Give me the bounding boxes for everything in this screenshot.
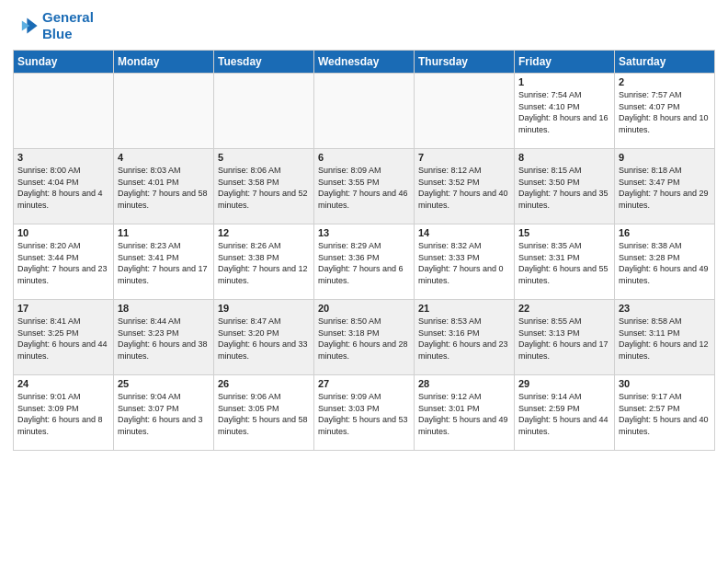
calendar-cell: 28Sunrise: 9:12 AM Sunset: 3:01 PM Dayli… — [415, 375, 515, 451]
calendar-cell — [114, 74, 214, 149]
day-of-week-sunday: Sunday — [14, 51, 114, 74]
day-of-week-tuesday: Tuesday — [214, 51, 314, 74]
day-of-week-monday: Monday — [114, 51, 214, 74]
day-info: Sunrise: 8:06 AM Sunset: 3:58 PM Dayligh… — [218, 165, 310, 211]
day-number: 13 — [318, 227, 410, 238]
day-number: 20 — [318, 303, 410, 314]
calendar-cell: 20Sunrise: 8:50 AM Sunset: 3:18 PM Dayli… — [314, 300, 415, 375]
day-info: Sunrise: 9:09 AM Sunset: 3:03 PM Dayligh… — [318, 391, 410, 437]
day-of-week-header-row: SundayMondayTuesdayWednesdayThursdayFrid… — [14, 51, 715, 74]
calendar-cell: 6Sunrise: 8:09 AM Sunset: 3:55 PM Daylig… — [314, 149, 415, 224]
day-info: Sunrise: 7:54 AM Sunset: 4:10 PM Dayligh… — [518, 89, 610, 135]
day-info: Sunrise: 9:17 AM Sunset: 2:57 PM Dayligh… — [619, 391, 711, 437]
day-info: Sunrise: 8:32 AM Sunset: 3:33 PM Dayligh… — [418, 240, 510, 286]
calendar-cell: 3Sunrise: 8:00 AM Sunset: 4:04 PM Daylig… — [14, 149, 114, 224]
calendar-cell: 25Sunrise: 9:04 AM Sunset: 3:07 PM Dayli… — [114, 375, 214, 451]
calendar-cell: 2Sunrise: 7:57 AM Sunset: 4:07 PM Daylig… — [615, 74, 715, 149]
day-number: 21 — [418, 303, 510, 314]
day-number: 30 — [619, 378, 711, 389]
day-info: Sunrise: 9:14 AM Sunset: 2:59 PM Dayligh… — [518, 391, 610, 437]
day-number: 28 — [418, 378, 510, 389]
calendar-cell: 5Sunrise: 8:06 AM Sunset: 3:58 PM Daylig… — [214, 149, 314, 224]
day-info: Sunrise: 9:04 AM Sunset: 3:07 PM Dayligh… — [118, 391, 210, 437]
day-info: Sunrise: 9:01 AM Sunset: 3:09 PM Dayligh… — [17, 391, 109, 437]
day-of-week-thursday: Thursday — [415, 51, 515, 74]
day-info: Sunrise: 8:44 AM Sunset: 3:23 PM Dayligh… — [118, 316, 210, 362]
day-number: 25 — [118, 378, 210, 389]
day-info: Sunrise: 8:35 AM Sunset: 3:31 PM Dayligh… — [518, 240, 610, 286]
day-info: Sunrise: 7:57 AM Sunset: 4:07 PM Dayligh… — [619, 89, 711, 135]
day-info: Sunrise: 8:41 AM Sunset: 3:25 PM Dayligh… — [17, 316, 109, 362]
calendar-cell: 22Sunrise: 8:55 AM Sunset: 3:13 PM Dayli… — [515, 300, 615, 375]
day-number: 27 — [318, 378, 410, 389]
calendar-cell: 17Sunrise: 8:41 AM Sunset: 3:25 PM Dayli… — [14, 300, 114, 375]
calendar-cell: 9Sunrise: 8:18 AM Sunset: 3:47 PM Daylig… — [615, 149, 715, 224]
calendar-cell: 24Sunrise: 9:01 AM Sunset: 3:09 PM Dayli… — [14, 375, 114, 451]
calendar-cell: 12Sunrise: 8:26 AM Sunset: 3:38 PM Dayli… — [214, 224, 314, 300]
calendar-week-row: 17Sunrise: 8:41 AM Sunset: 3:25 PM Dayli… — [14, 300, 715, 375]
calendar-week-row: 1Sunrise: 7:54 AM Sunset: 4:10 PM Daylig… — [14, 74, 715, 149]
page-header: General Blue — [13, 9, 715, 42]
day-number: 11 — [118, 227, 210, 238]
calendar-cell: 26Sunrise: 9:06 AM Sunset: 3:05 PM Dayli… — [214, 375, 314, 451]
day-number: 9 — [619, 152, 711, 163]
day-number: 16 — [619, 227, 711, 238]
day-info: Sunrise: 8:09 AM Sunset: 3:55 PM Dayligh… — [318, 165, 410, 211]
calendar-week-row: 24Sunrise: 9:01 AM Sunset: 3:09 PM Dayli… — [14, 375, 715, 451]
calendar-cell: 19Sunrise: 8:47 AM Sunset: 3:20 PM Dayli… — [214, 300, 314, 375]
day-number: 17 — [17, 303, 109, 314]
day-number: 5 — [218, 152, 310, 163]
day-info: Sunrise: 8:55 AM Sunset: 3:13 PM Dayligh… — [518, 316, 610, 362]
day-info: Sunrise: 8:50 AM Sunset: 3:18 PM Dayligh… — [318, 316, 410, 362]
logo: General Blue — [13, 9, 94, 42]
calendar-cell: 10Sunrise: 8:20 AM Sunset: 3:44 PM Dayli… — [14, 224, 114, 300]
day-info: Sunrise: 9:06 AM Sunset: 3:05 PM Dayligh… — [218, 391, 310, 437]
day-info: Sunrise: 8:53 AM Sunset: 3:16 PM Dayligh… — [418, 316, 510, 362]
calendar-week-row: 10Sunrise: 8:20 AM Sunset: 3:44 PM Dayli… — [14, 224, 715, 300]
calendar-cell: 14Sunrise: 8:32 AM Sunset: 3:33 PM Dayli… — [415, 224, 515, 300]
day-number: 6 — [318, 152, 410, 163]
calendar-cell — [314, 74, 415, 149]
calendar-table: SundayMondayTuesdayWednesdayThursdayFrid… — [13, 50, 715, 451]
calendar-cell: 1Sunrise: 7:54 AM Sunset: 4:10 PM Daylig… — [515, 74, 615, 149]
calendar-cell: 7Sunrise: 8:12 AM Sunset: 3:52 PM Daylig… — [415, 149, 515, 224]
calendar-cell — [14, 74, 114, 149]
day-info: Sunrise: 8:23 AM Sunset: 3:41 PM Dayligh… — [118, 240, 210, 286]
calendar-cell: 8Sunrise: 8:15 AM Sunset: 3:50 PM Daylig… — [515, 149, 615, 224]
day-number: 4 — [118, 152, 210, 163]
day-number: 2 — [619, 76, 711, 87]
day-number: 24 — [17, 378, 109, 389]
day-info: Sunrise: 8:03 AM Sunset: 4:01 PM Dayligh… — [118, 165, 210, 211]
day-number: 7 — [418, 152, 510, 163]
calendar-body: 1Sunrise: 7:54 AM Sunset: 4:10 PM Daylig… — [14, 74, 715, 451]
day-of-week-saturday: Saturday — [615, 51, 715, 74]
day-info: Sunrise: 8:00 AM Sunset: 4:04 PM Dayligh… — [17, 165, 109, 211]
day-number: 14 — [418, 227, 510, 238]
day-number: 26 — [218, 378, 310, 389]
calendar-cell: 15Sunrise: 8:35 AM Sunset: 3:31 PM Dayli… — [515, 224, 615, 300]
logo-icon — [13, 13, 39, 39]
calendar-cell: 21Sunrise: 8:53 AM Sunset: 3:16 PM Dayli… — [415, 300, 515, 375]
day-number: 12 — [218, 227, 310, 238]
calendar-cell: 11Sunrise: 8:23 AM Sunset: 3:41 PM Dayli… — [114, 224, 214, 300]
day-number: 29 — [518, 378, 610, 389]
day-number: 3 — [17, 152, 109, 163]
logo-text: General Blue — [42, 9, 94, 42]
day-number: 1 — [518, 76, 610, 87]
calendar-cell: 30Sunrise: 9:17 AM Sunset: 2:57 PM Dayli… — [615, 375, 715, 451]
calendar-cell — [415, 74, 515, 149]
day-number: 10 — [17, 227, 109, 238]
calendar-cell: 18Sunrise: 8:44 AM Sunset: 3:23 PM Dayli… — [114, 300, 214, 375]
day-number: 22 — [518, 303, 610, 314]
day-of-week-friday: Friday — [515, 51, 615, 74]
day-info: Sunrise: 8:20 AM Sunset: 3:44 PM Dayligh… — [17, 240, 109, 286]
calendar-cell: 29Sunrise: 9:14 AM Sunset: 2:59 PM Dayli… — [515, 375, 615, 451]
calendar-cell: 23Sunrise: 8:58 AM Sunset: 3:11 PM Dayli… — [615, 300, 715, 375]
day-number: 18 — [118, 303, 210, 314]
calendar-cell: 27Sunrise: 9:09 AM Sunset: 3:03 PM Dayli… — [314, 375, 415, 451]
day-of-week-wednesday: Wednesday — [314, 51, 415, 74]
day-info: Sunrise: 8:29 AM Sunset: 3:36 PM Dayligh… — [318, 240, 410, 286]
day-info: Sunrise: 8:26 AM Sunset: 3:38 PM Dayligh… — [218, 240, 310, 286]
day-info: Sunrise: 8:47 AM Sunset: 3:20 PM Dayligh… — [218, 316, 310, 362]
calendar-week-row: 3Sunrise: 8:00 AM Sunset: 4:04 PM Daylig… — [14, 149, 715, 224]
